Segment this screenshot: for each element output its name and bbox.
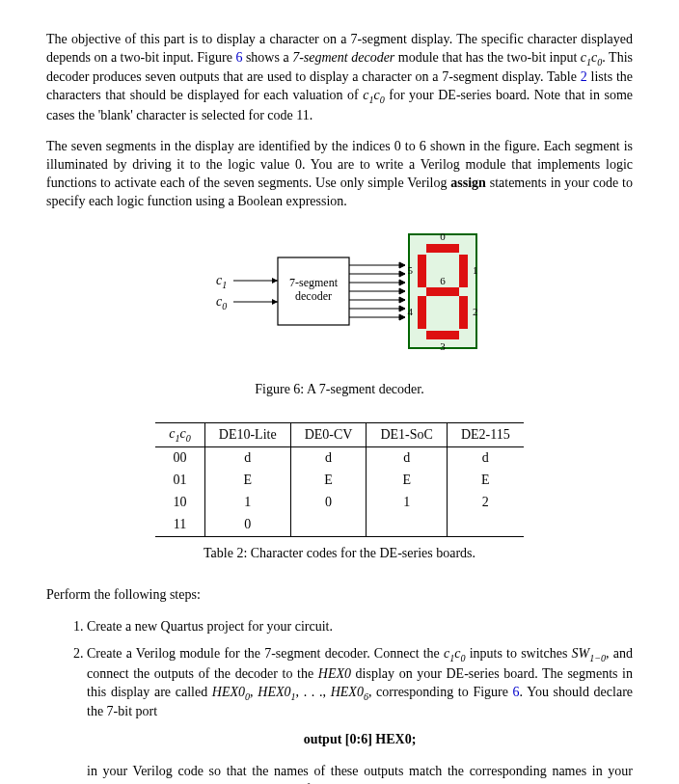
svg-marker-5	[272, 299, 278, 305]
step-2-post: in your Verilog code so that the names o…	[87, 763, 633, 784]
step-2: Create a Verilog module for the 7-segmen…	[87, 645, 633, 784]
svg-text:c0: c0	[216, 294, 227, 311]
svg-marker-18	[399, 297, 405, 303]
table-header-row: c1c0 DE10-Lite DE0-CV DE1-SoC DE2-115	[155, 422, 523, 446]
text: module that has the two-bit input	[394, 50, 581, 65]
svg-marker-14	[399, 280, 405, 285]
table-row: 11 0	[155, 514, 523, 536]
intro-para-1: The objective of this part is to display…	[46, 31, 633, 124]
keyword-assign: assign	[450, 176, 486, 190]
svg-text:0: 0	[440, 230, 446, 242]
svg-marker-20	[399, 306, 405, 311]
figure-6-link[interactable]: 6	[513, 685, 520, 699]
svg-text:6: 6	[440, 275, 446, 286]
var-c1: c1	[581, 50, 591, 65]
svg-text:c1: c1	[216, 273, 227, 290]
step-1: Create a new Quartus project for your ci…	[87, 618, 633, 636]
svg-marker-12	[399, 271, 405, 277]
svg-rect-26	[459, 296, 468, 329]
col-code: c1c0	[155, 422, 204, 446]
col-de10lite: DE10-Lite	[204, 422, 290, 446]
steps-list: Create a new Quartus project for your ci…	[46, 618, 633, 784]
svg-rect-24	[426, 244, 459, 253]
svg-marker-3	[272, 278, 278, 284]
svg-text:7-segment: 7-segment	[289, 276, 339, 289]
figure-6-caption: Figure 6: A 7-segment decoder.	[46, 381, 633, 399]
table-2-caption: Table 2: Character codes for the DE-seri…	[46, 545, 633, 563]
var-c0: c0	[373, 88, 384, 102]
table-row: 10 1 0 1 2	[155, 492, 523, 514]
col-de2115: DE2-115	[447, 422, 523, 446]
svg-text:decoder: decoder	[295, 289, 332, 303]
svg-text:2: 2	[473, 306, 478, 317]
svg-rect-25	[459, 255, 468, 287]
svg-text:5: 5	[408, 264, 414, 276]
var-c0: c0	[591, 50, 602, 65]
steps-intro: Perform the following steps:	[46, 586, 633, 605]
term-7seg-decoder: 7-segment decoder	[292, 50, 394, 65]
svg-marker-10	[399, 262, 405, 268]
svg-rect-30	[426, 287, 459, 296]
code-output-decl: output [0:6] HEX0;	[87, 731, 633, 749]
figure-6: c1 c0 7-segment decoder 0 1 2 3 4 5 6	[46, 229, 633, 369]
svg-text:1: 1	[473, 264, 478, 276]
svg-rect-29	[418, 255, 426, 287]
figure-6-svg: c1 c0 7-segment decoder 0 1 2 3 4 5 6	[185, 229, 494, 364]
svg-rect-28	[418, 296, 426, 329]
svg-rect-27	[426, 331, 459, 339]
col-de1soc: DE1-SoC	[367, 422, 447, 446]
svg-text:4: 4	[408, 306, 414, 317]
svg-text:3: 3	[440, 340, 446, 352]
table-2-link[interactable]: 2	[581, 69, 587, 84]
col-de0cv: DE0-CV	[290, 422, 367, 446]
table-row: 00 d d d d	[155, 447, 523, 470]
var-c1: c1	[363, 88, 373, 102]
svg-marker-16	[399, 288, 405, 294]
table-row: 01 E E E E	[155, 470, 523, 492]
text: shows a	[242, 50, 292, 65]
intro-para-2: The seven segments in the display are id…	[46, 138, 633, 211]
svg-marker-22	[399, 314, 405, 320]
table-2: c1c0 DE10-Lite DE0-CV DE1-SoC DE2-115 00…	[155, 422, 523, 537]
